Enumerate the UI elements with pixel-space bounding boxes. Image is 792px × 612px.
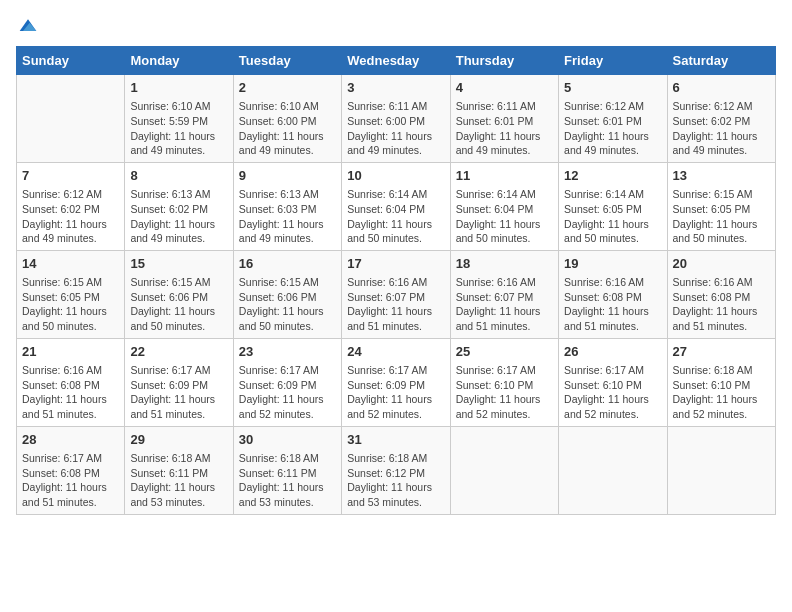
day-number: 11 [456,167,553,185]
calendar-cell: 19Sunrise: 6:16 AM Sunset: 6:08 PM Dayli… [559,250,667,338]
day-info: Sunrise: 6:10 AM Sunset: 6:00 PM Dayligh… [239,99,336,158]
day-number: 1 [130,79,227,97]
calendar-week-row: 28Sunrise: 6:17 AM Sunset: 6:08 PM Dayli… [17,426,776,514]
calendar-cell: 7Sunrise: 6:12 AM Sunset: 6:02 PM Daylig… [17,162,125,250]
calendar-cell: 29Sunrise: 6:18 AM Sunset: 6:11 PM Dayli… [125,426,233,514]
logo-icon [18,16,38,36]
day-info: Sunrise: 6:16 AM Sunset: 6:07 PM Dayligh… [456,275,553,334]
day-number: 21 [22,343,119,361]
day-info: Sunrise: 6:17 AM Sunset: 6:08 PM Dayligh… [22,451,119,510]
day-info: Sunrise: 6:10 AM Sunset: 5:59 PM Dayligh… [130,99,227,158]
day-number: 14 [22,255,119,273]
day-info: Sunrise: 6:17 AM Sunset: 6:09 PM Dayligh… [239,363,336,422]
day-number: 2 [239,79,336,97]
calendar-cell: 31Sunrise: 6:18 AM Sunset: 6:12 PM Dayli… [342,426,450,514]
day-info: Sunrise: 6:11 AM Sunset: 6:00 PM Dayligh… [347,99,444,158]
day-number: 25 [456,343,553,361]
calendar-cell: 16Sunrise: 6:15 AM Sunset: 6:06 PM Dayli… [233,250,341,338]
day-number: 24 [347,343,444,361]
day-number: 6 [673,79,770,97]
calendar-cell: 26Sunrise: 6:17 AM Sunset: 6:10 PM Dayli… [559,338,667,426]
calendar-cell: 3Sunrise: 6:11 AM Sunset: 6:00 PM Daylig… [342,75,450,163]
calendar-cell: 20Sunrise: 6:16 AM Sunset: 6:08 PM Dayli… [667,250,775,338]
calendar-header-saturday: Saturday [667,47,775,75]
day-info: Sunrise: 6:14 AM Sunset: 6:04 PM Dayligh… [456,187,553,246]
calendar-cell: 18Sunrise: 6:16 AM Sunset: 6:07 PM Dayli… [450,250,558,338]
day-number: 29 [130,431,227,449]
day-number: 22 [130,343,227,361]
day-number: 10 [347,167,444,185]
day-number: 4 [456,79,553,97]
day-number: 17 [347,255,444,273]
day-number: 23 [239,343,336,361]
day-info: Sunrise: 6:18 AM Sunset: 6:10 PM Dayligh… [673,363,770,422]
day-info: Sunrise: 6:17 AM Sunset: 6:10 PM Dayligh… [564,363,661,422]
calendar-cell: 12Sunrise: 6:14 AM Sunset: 6:05 PM Dayli… [559,162,667,250]
day-info: Sunrise: 6:17 AM Sunset: 6:10 PM Dayligh… [456,363,553,422]
calendar-cell: 21Sunrise: 6:16 AM Sunset: 6:08 PM Dayli… [17,338,125,426]
day-number: 9 [239,167,336,185]
day-number: 5 [564,79,661,97]
day-number: 20 [673,255,770,273]
calendar-cell: 27Sunrise: 6:18 AM Sunset: 6:10 PM Dayli… [667,338,775,426]
day-number: 30 [239,431,336,449]
day-number: 27 [673,343,770,361]
day-info: Sunrise: 6:15 AM Sunset: 6:05 PM Dayligh… [673,187,770,246]
calendar-week-row: 1Sunrise: 6:10 AM Sunset: 5:59 PM Daylig… [17,75,776,163]
day-info: Sunrise: 6:17 AM Sunset: 6:09 PM Dayligh… [130,363,227,422]
day-info: Sunrise: 6:14 AM Sunset: 6:04 PM Dayligh… [347,187,444,246]
day-info: Sunrise: 6:16 AM Sunset: 6:08 PM Dayligh… [22,363,119,422]
day-number: 13 [673,167,770,185]
day-number: 18 [456,255,553,273]
calendar-cell: 4Sunrise: 6:11 AM Sunset: 6:01 PM Daylig… [450,75,558,163]
day-number: 3 [347,79,444,97]
day-number: 31 [347,431,444,449]
calendar-cell: 8Sunrise: 6:13 AM Sunset: 6:02 PM Daylig… [125,162,233,250]
day-info: Sunrise: 6:15 AM Sunset: 6:06 PM Dayligh… [130,275,227,334]
day-info: Sunrise: 6:15 AM Sunset: 6:06 PM Dayligh… [239,275,336,334]
day-number: 12 [564,167,661,185]
day-info: Sunrise: 6:12 AM Sunset: 6:02 PM Dayligh… [673,99,770,158]
calendar-cell: 15Sunrise: 6:15 AM Sunset: 6:06 PM Dayli… [125,250,233,338]
day-info: Sunrise: 6:12 AM Sunset: 6:01 PM Dayligh… [564,99,661,158]
day-number: 19 [564,255,661,273]
calendar-cell: 9Sunrise: 6:13 AM Sunset: 6:03 PM Daylig… [233,162,341,250]
calendar-header-monday: Monday [125,47,233,75]
day-number: 16 [239,255,336,273]
day-info: Sunrise: 6:15 AM Sunset: 6:05 PM Dayligh… [22,275,119,334]
calendar-cell: 6Sunrise: 6:12 AM Sunset: 6:02 PM Daylig… [667,75,775,163]
calendar-cell: 30Sunrise: 6:18 AM Sunset: 6:11 PM Dayli… [233,426,341,514]
day-info: Sunrise: 6:14 AM Sunset: 6:05 PM Dayligh… [564,187,661,246]
calendar-header-row: SundayMondayTuesdayWednesdayThursdayFrid… [17,47,776,75]
calendar-cell: 14Sunrise: 6:15 AM Sunset: 6:05 PM Dayli… [17,250,125,338]
calendar-cell: 2Sunrise: 6:10 AM Sunset: 6:00 PM Daylig… [233,75,341,163]
calendar-week-row: 21Sunrise: 6:16 AM Sunset: 6:08 PM Dayli… [17,338,776,426]
calendar-cell: 5Sunrise: 6:12 AM Sunset: 6:01 PM Daylig… [559,75,667,163]
calendar-cell: 23Sunrise: 6:17 AM Sunset: 6:09 PM Dayli… [233,338,341,426]
calendar-cell: 17Sunrise: 6:16 AM Sunset: 6:07 PM Dayli… [342,250,450,338]
day-number: 8 [130,167,227,185]
day-info: Sunrise: 6:13 AM Sunset: 6:02 PM Dayligh… [130,187,227,246]
day-number: 15 [130,255,227,273]
day-info: Sunrise: 6:18 AM Sunset: 6:11 PM Dayligh… [130,451,227,510]
calendar-cell: 22Sunrise: 6:17 AM Sunset: 6:09 PM Dayli… [125,338,233,426]
calendar-cell [667,426,775,514]
day-number: 26 [564,343,661,361]
calendar-week-row: 14Sunrise: 6:15 AM Sunset: 6:05 PM Dayli… [17,250,776,338]
day-info: Sunrise: 6:17 AM Sunset: 6:09 PM Dayligh… [347,363,444,422]
day-info: Sunrise: 6:16 AM Sunset: 6:08 PM Dayligh… [564,275,661,334]
day-info: Sunrise: 6:12 AM Sunset: 6:02 PM Dayligh… [22,187,119,246]
calendar-cell: 11Sunrise: 6:14 AM Sunset: 6:04 PM Dayli… [450,162,558,250]
calendar-cell: 13Sunrise: 6:15 AM Sunset: 6:05 PM Dayli… [667,162,775,250]
calendar-week-row: 7Sunrise: 6:12 AM Sunset: 6:02 PM Daylig… [17,162,776,250]
calendar-header-tuesday: Tuesday [233,47,341,75]
page-header [16,16,776,36]
day-info: Sunrise: 6:13 AM Sunset: 6:03 PM Dayligh… [239,187,336,246]
calendar-cell: 24Sunrise: 6:17 AM Sunset: 6:09 PM Dayli… [342,338,450,426]
calendar-cell [450,426,558,514]
calendar-header-sunday: Sunday [17,47,125,75]
calendar-cell: 1Sunrise: 6:10 AM Sunset: 5:59 PM Daylig… [125,75,233,163]
day-info: Sunrise: 6:16 AM Sunset: 6:07 PM Dayligh… [347,275,444,334]
day-info: Sunrise: 6:16 AM Sunset: 6:08 PM Dayligh… [673,275,770,334]
day-info: Sunrise: 6:11 AM Sunset: 6:01 PM Dayligh… [456,99,553,158]
